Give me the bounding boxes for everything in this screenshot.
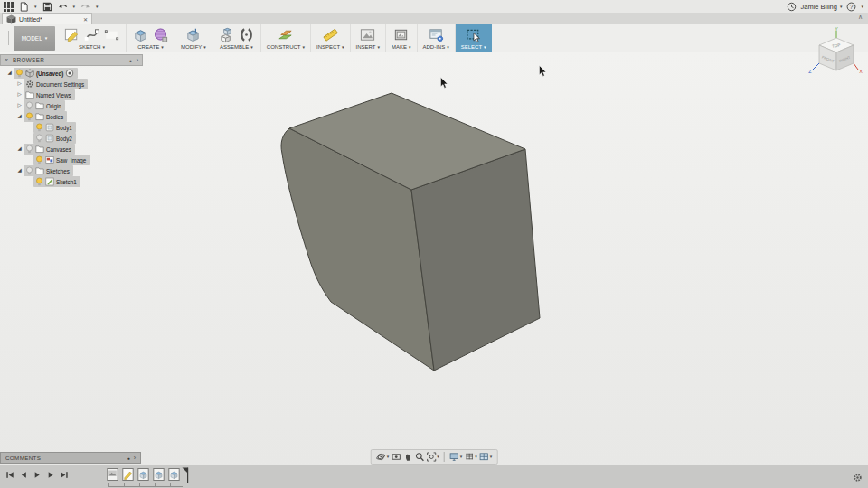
- tree-node[interactable]: Canvases: [24, 144, 75, 155]
- gear-icon: [25, 80, 34, 89]
- nav-grid-snaps-button[interactable]: ▾: [464, 452, 477, 462]
- select-cursor-icon[interactable]: [465, 26, 482, 43]
- job-status-gear-icon[interactable]: [853, 470, 863, 480]
- timeline-playhead[interactable]: [182, 467, 189, 484]
- app-grid-icon[interactable]: [4, 2, 14, 12]
- form-icon[interactable]: [152, 26, 169, 43]
- timeline-go-to-start-button[interactable]: [5, 470, 14, 480]
- comments-arrow-icon[interactable]: ›: [134, 455, 136, 461]
- timeline-feature-sketch-2[interactable]: [122, 467, 134, 482]
- timeline-feature-extrude-5[interactable]: [168, 467, 180, 482]
- toolbar-dropdown-make[interactable]: MAKE▾: [392, 44, 411, 50]
- expand-toggle-icon[interactable]: ▷: [15, 103, 24, 108]
- activate-component-radio[interactable]: [65, 69, 74, 78]
- visibility-bulb-icon-off[interactable]: [25, 145, 33, 154]
- file-new-icon[interactable]: [19, 2, 29, 12]
- browser-header[interactable]: « BROWSER ● ›: [0, 54, 143, 66]
- toolbar-dropdown-insert[interactable]: INSERT▾: [356, 44, 380, 50]
- toolbar-label-modify: MODIFY: [181, 44, 202, 50]
- tree-node[interactable]: Sketch1: [33, 176, 80, 187]
- nav-fit-button[interactable]: ▾: [426, 452, 439, 462]
- visibility-bulb-icon-off[interactable]: [25, 101, 33, 110]
- tree-node[interactable]: Sketches: [24, 165, 73, 176]
- timeline-go-to-end-button[interactable]: [60, 470, 69, 480]
- add-ins-icon[interactable]: [428, 26, 445, 43]
- expand-toggle-icon[interactable]: ◢: [15, 168, 24, 174]
- timeline-feature-extrude-3[interactable]: [137, 467, 149, 482]
- timeline-feature-extrude-4[interactable]: [153, 467, 165, 482]
- tree-node[interactable]: Origin: [24, 100, 65, 111]
- toolbar-dropdown-construct[interactable]: CONSTRUCT▾: [267, 44, 305, 50]
- tree-node[interactable]: Body2: [33, 133, 76, 144]
- viewport-canvas[interactable]: « BROWSER ● › ◢(Unsaved)▷Document Settin…: [0, 52, 868, 465]
- construct-plane-icon[interactable]: [277, 26, 294, 43]
- toolbar-dropdown-addins[interactable]: ADD-INS▾: [423, 44, 449, 50]
- timeline-step-back-button[interactable]: [19, 470, 28, 480]
- expand-toggle-icon[interactable]: ◢: [5, 70, 14, 76]
- new-component-icon[interactable]: [218, 26, 235, 43]
- visibility-bulb-icon-on[interactable]: [15, 69, 24, 78]
- workspace-switcher[interactable]: MODEL ▾: [14, 26, 55, 51]
- toolbar-dropdown-inspect[interactable]: INSPECT▾: [316, 44, 344, 50]
- visibility-bulb-icon-on[interactable]: [35, 155, 43, 164]
- insert-image-icon[interactable]: [359, 26, 376, 43]
- tree-node[interactable]: Saw_Image: [33, 155, 90, 165]
- panel-arrow-icon[interactable]: ›: [137, 57, 138, 63]
- visibility-bulb-icon-on[interactable]: [25, 112, 33, 121]
- toolbar-collapse-icon[interactable]: ∧: [858, 14, 863, 21]
- document-tab-bar: Untitled* ✕ ∧: [0, 13, 868, 24]
- toolbar-dropdown-sketch[interactable]: SKETCH▾: [79, 44, 105, 50]
- nav-display-settings-button[interactable]: ▾: [449, 452, 463, 462]
- expand-toggle-icon[interactable]: ◢: [15, 146, 24, 152]
- press-pull-icon[interactable]: [184, 26, 202, 43]
- tree-node[interactable]: Body1: [33, 122, 76, 133]
- nav-viewports-button[interactable]: ▾: [479, 452, 493, 462]
- joint-icon[interactable]: [238, 26, 255, 43]
- tree-node[interactable]: (Unsaved): [14, 68, 78, 79]
- create-sketch-icon[interactable]: [63, 26, 80, 43]
- visibility-bulb-icon-on[interactable]: [35, 177, 43, 186]
- save-icon[interactable]: [42, 2, 52, 12]
- expand-toggle-icon[interactable]: ◢: [15, 114, 24, 119]
- timeline-feature-canvas-1[interactable]: [107, 467, 118, 482]
- spline-icon[interactable]: [83, 26, 100, 43]
- navigation-bar: ▾▾▾▾▾: [371, 449, 498, 465]
- visibility-bulb-icon-off[interactable]: [25, 166, 33, 175]
- toolbar-dropdown-select[interactable]: SELECT▾: [461, 44, 486, 50]
- toolbar-dropdown-modify[interactable]: MODIFY▾: [181, 44, 206, 50]
- visibility-bulb-icon-on[interactable]: [35, 123, 43, 132]
- comments-options-icon[interactable]: ●: [127, 455, 130, 461]
- panel-options-icon[interactable]: ●: [129, 58, 132, 63]
- tree-node[interactable]: Named Views: [24, 89, 75, 100]
- job-status-clock-icon[interactable]: [787, 2, 797, 12]
- tree-node[interactable]: Bodies: [24, 111, 67, 122]
- caret-icon: ▾: [387, 455, 390, 459]
- extrude-icon[interactable]: [132, 26, 149, 43]
- nav-orbit-button[interactable]: ▾: [376, 452, 390, 462]
- tree-node[interactable]: Document Settings: [24, 79, 88, 89]
- help-icon[interactable]: ?: [846, 2, 856, 12]
- make-icon[interactable]: [392, 26, 410, 43]
- document-tab[interactable]: Untitled* ✕: [2, 13, 92, 24]
- nav-look-at-button[interactable]: [391, 452, 401, 462]
- close-tab-icon[interactable]: ✕: [83, 16, 88, 23]
- expand-toggle-icon[interactable]: ▷: [15, 92, 24, 98]
- toolbar-dropdown-create[interactable]: CREATE▾: [137, 44, 163, 50]
- comments-panel[interactable]: COMMENTS ● ›: [0, 452, 141, 464]
- nav-pan-button[interactable]: [402, 452, 412, 462]
- toolbar-dropdown-assemble[interactable]: ASSEMBLE▾: [220, 44, 253, 50]
- user-menu[interactable]: Jamie Biling ▾: [801, 3, 843, 11]
- expand-toggle-icon[interactable]: ▷: [15, 81, 24, 87]
- rectangle-icon[interactable]: [103, 26, 120, 43]
- visibility-bulb-icon-off[interactable]: [35, 134, 43, 143]
- timeline-step-forward-button[interactable]: [46, 470, 55, 480]
- collapse-panel-icon[interactable]: «: [5, 57, 8, 63]
- caret-icon: ▾: [250, 45, 253, 50]
- view-cube[interactable]: TOP FRONT RIGHT Y Z X: [807, 27, 864, 81]
- measure-icon[interactable]: [322, 26, 339, 43]
- pan-icon: [402, 452, 412, 462]
- nav-zoom-button[interactable]: [414, 452, 424, 462]
- timeline-play-button[interactable]: [33, 470, 42, 480]
- tree-node-label: Bodies: [46, 114, 63, 120]
- undo-icon[interactable]: [58, 2, 68, 12]
